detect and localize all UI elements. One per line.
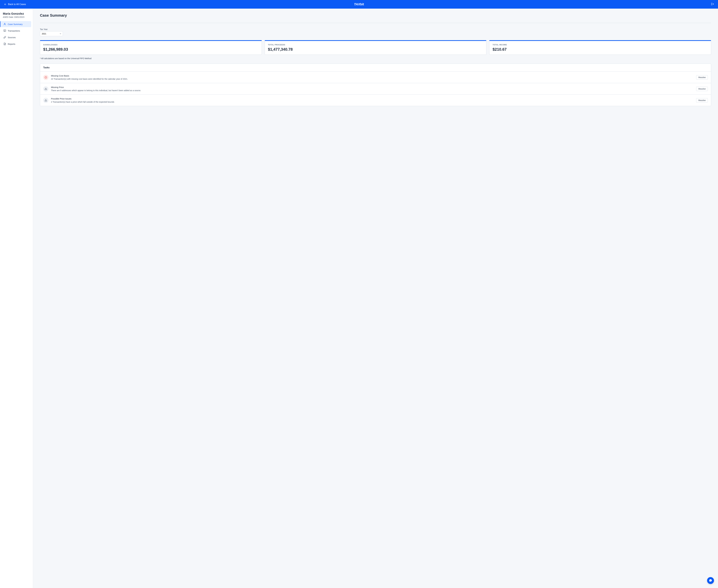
chat-button[interactable] — [707, 577, 714, 584]
card-label: GAINS/LOSSES — [43, 44, 259, 46]
svg-point-2 — [4, 23, 5, 24]
task-description: 2 Transaction(s) have a price which fall… — [51, 101, 694, 103]
person-name: Maria Gonzolez — [2, 12, 31, 15]
task-row: Missing Cost Basis 22 Transaction(s) wit… — [40, 71, 711, 83]
tax-year-select[interactable]: 2021 — [40, 31, 63, 36]
back-label: Back to All Cases — [8, 3, 26, 6]
logout-button[interactable] — [711, 3, 714, 6]
warning-icon — [43, 98, 48, 103]
card-value: $1,266,989.03 — [43, 47, 259, 52]
task-row: Missing Price There are 9 addresses whic… — [40, 83, 711, 94]
sidebar-item-reports[interactable]: Reports — [2, 41, 31, 47]
task-description: 22 Transaction(s) with missing cost basi… — [51, 78, 694, 80]
sidebar-item-label: Sources — [8, 36, 16, 39]
logout-icon — [711, 3, 714, 5]
card-total-proceeds: TOTAL PROCEEDS $1,477,340.78 — [265, 40, 487, 55]
task-row: Possible Price Issues 2 Transaction(s) h… — [40, 94, 711, 106]
resolve-button[interactable]: Resolve — [696, 98, 708, 103]
warning-icon — [43, 86, 48, 91]
card-gains-losses: GAINS/LOSSES $1,266,989.03 — [40, 40, 262, 55]
main-content: Case Summary Tax Year 2021 GAINS/LOSSES … — [33, 8, 718, 588]
tasks-header: Tasks — [40, 64, 711, 71]
app-header: Back to All Cases TAXbit — [0, 0, 718, 8]
sidebar-item-label: Case Summary — [8, 23, 23, 25]
card-label: TOTAL INCOME — [493, 44, 708, 46]
tasks-panel: Tasks Missing Cost Basis 22 Transaction(… — [40, 64, 711, 106]
chat-icon — [709, 579, 712, 582]
app-logo: TAXbit — [354, 2, 364, 6]
task-title: Missing Price — [51, 86, 694, 88]
calculation-footnote: * All calculations are based on the Univ… — [40, 57, 711, 60]
error-icon — [43, 75, 48, 80]
tax-year-label: Tax Year — [40, 28, 711, 30]
summary-cards: GAINS/LOSSES $1,266,989.03 TOTAL PROCEED… — [40, 40, 711, 55]
card-value: $1,477,340.78 — [268, 47, 483, 52]
resolve-button[interactable]: Resolve — [696, 75, 708, 80]
resolve-button[interactable]: Resolve — [696, 87, 708, 91]
task-title: Missing Cost Basis — [51, 75, 694, 77]
arrow-left-icon — [4, 3, 6, 6]
sidebar: Maria Gonzolez ASED Date: 03/01/2023 Cas… — [0, 8, 33, 588]
sidebar-item-sources[interactable]: Sources — [2, 34, 31, 40]
back-to-cases-link[interactable]: Back to All Cases — [4, 3, 26, 6]
book-icon — [3, 29, 6, 32]
link-icon — [3, 36, 6, 39]
card-label: TOTAL PROCEEDS — [268, 44, 483, 46]
card-total-income: TOTAL INCOME $210.67 — [489, 40, 711, 55]
task-description: There are 9 addresses which appear to be… — [51, 89, 694, 91]
sidebar-item-transactions[interactable]: Transactions — [2, 28, 31, 34]
sidebar-item-label: Reports — [8, 43, 15, 45]
page-title: Case Summary — [40, 13, 711, 18]
file-icon — [3, 43, 6, 45]
person-icon — [3, 23, 6, 25]
task-title: Possible Price Issues — [51, 98, 694, 100]
sidebar-item-case-summary[interactable]: Case Summary — [0, 21, 31, 27]
divider — [40, 23, 711, 23]
card-value: $210.67 — [493, 47, 708, 52]
ased-date: ASED Date: 03/01/2023 — [2, 16, 31, 18]
sidebar-item-label: Transactions — [8, 29, 20, 32]
